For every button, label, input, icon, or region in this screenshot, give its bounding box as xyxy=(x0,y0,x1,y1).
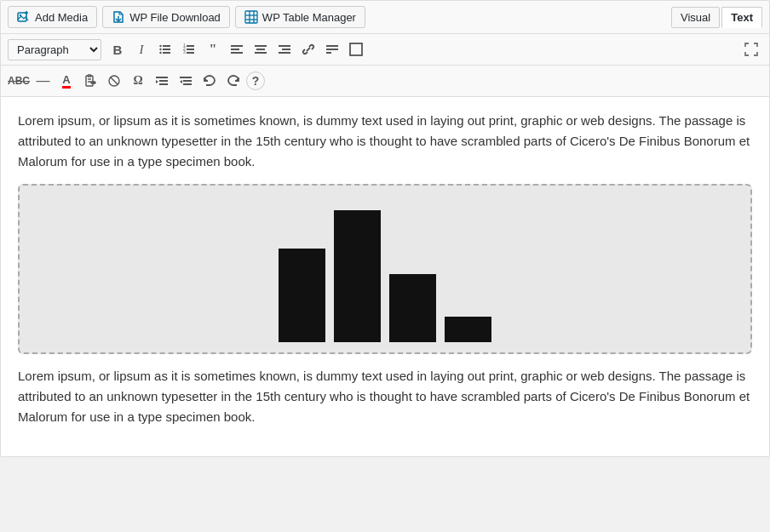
clear-formatting-button[interactable] xyxy=(103,70,125,92)
svg-rect-24 xyxy=(231,52,243,54)
svg-text:3: 3 xyxy=(183,49,186,54)
svg-point-15 xyxy=(159,52,161,54)
svg-rect-39 xyxy=(91,82,95,83)
format-bar-2: ABC — A Ω xyxy=(1,66,769,97)
svg-rect-34 xyxy=(350,43,362,55)
svg-rect-43 xyxy=(159,80,168,82)
paragraph-select[interactable]: Paragraph Heading 1 Heading 2 Heading 3 … xyxy=(8,39,101,60)
chart-bar-3 xyxy=(389,274,436,342)
svg-rect-18 xyxy=(187,52,194,54)
redo-button[interactable] xyxy=(222,70,244,92)
chart-bar-4 xyxy=(445,317,491,342)
wp-table-manager-button[interactable]: WP Table Manager xyxy=(235,6,365,28)
special-char-button[interactable]: Ω xyxy=(127,70,149,92)
svg-rect-10 xyxy=(163,45,170,47)
wp-file-download-button[interactable]: WP File Download xyxy=(102,6,230,28)
strikethrough-icon: ABC xyxy=(8,75,30,87)
horizontal-rule-button[interactable] xyxy=(321,38,343,60)
visual-tab[interactable]: Visual xyxy=(671,7,720,28)
text-tab[interactable]: Text xyxy=(721,7,762,28)
svg-rect-42 xyxy=(156,77,168,78)
align-left-button[interactable] xyxy=(226,38,248,60)
unordered-list-button[interactable] xyxy=(154,38,176,60)
svg-rect-44 xyxy=(159,83,168,85)
svg-point-14 xyxy=(159,49,161,50)
wp-file-download-icon xyxy=(112,10,125,24)
chart-container xyxy=(18,184,752,354)
align-right-button[interactable] xyxy=(273,38,296,60)
italic-button[interactable]: I xyxy=(130,38,152,60)
svg-rect-22 xyxy=(231,45,243,47)
svg-line-41 xyxy=(111,77,118,84)
paste-text-button[interactable] xyxy=(79,70,101,92)
media-buttons-group: Add Media WP File Download xyxy=(8,6,365,28)
svg-rect-31 xyxy=(326,45,338,47)
svg-rect-45 xyxy=(180,77,192,78)
svg-rect-28 xyxy=(279,45,290,47)
add-media-label: Add Media xyxy=(35,11,88,24)
box-button[interactable] xyxy=(345,38,367,60)
svg-rect-32 xyxy=(326,49,338,50)
fullscreen-button[interactable] xyxy=(740,38,762,60)
chart-bar-1 xyxy=(279,249,325,342)
text-color-icon: A xyxy=(62,74,70,89)
svg-rect-47 xyxy=(183,83,192,85)
indent-button[interactable] xyxy=(151,70,173,92)
svg-rect-33 xyxy=(326,52,331,54)
svg-rect-23 xyxy=(231,49,239,50)
editor-wrapper: Add Media WP File Download xyxy=(0,0,770,457)
content-area[interactable]: Lorem ipsum, or lipsum as it is sometime… xyxy=(1,97,769,456)
svg-rect-36 xyxy=(88,75,91,77)
svg-rect-30 xyxy=(279,52,290,54)
undo-button[interactable] xyxy=(198,70,221,92)
chart-bar-2 xyxy=(334,210,381,342)
align-center-button[interactable] xyxy=(250,38,272,60)
svg-rect-26 xyxy=(256,49,265,50)
svg-rect-16 xyxy=(187,45,194,47)
hr-rule-button[interactable]: — xyxy=(32,70,54,92)
paragraph-2: Lorem ipsum, or lipsum as it is sometime… xyxy=(18,366,752,427)
svg-rect-27 xyxy=(255,52,267,54)
svg-rect-29 xyxy=(282,49,290,50)
link-button[interactable] xyxy=(297,38,319,60)
wp-table-manager-icon xyxy=(244,10,258,24)
svg-rect-25 xyxy=(255,45,267,47)
ordered-list-button[interactable]: 123 xyxy=(178,38,200,60)
blockquote-button[interactable]: " xyxy=(202,38,224,60)
help-button[interactable]: ? xyxy=(246,72,265,90)
add-media-button[interactable]: Add Media xyxy=(8,6,97,28)
svg-rect-11 xyxy=(163,49,170,50)
svg-point-13 xyxy=(159,45,161,47)
outdent-button[interactable] xyxy=(175,70,197,92)
svg-rect-17 xyxy=(187,49,194,50)
svg-rect-12 xyxy=(163,52,170,54)
add-media-icon xyxy=(17,10,31,24)
bold-button[interactable]: B xyxy=(106,38,129,60)
text-color-button[interactable]: A xyxy=(55,70,78,92)
svg-rect-35 xyxy=(86,76,93,86)
strikethrough-button[interactable]: ABC xyxy=(8,70,30,92)
wp-file-download-label: WP File Download xyxy=(129,11,221,24)
format-bar-1: Paragraph Heading 1 Heading 2 Heading 3 … xyxy=(1,34,769,66)
svg-rect-5 xyxy=(245,11,257,23)
view-tabs: Visual Text xyxy=(671,7,762,28)
top-bar: Add Media WP File Download xyxy=(1,1,769,34)
paragraph-1: Lorem ipsum, or lipsum as it is sometime… xyxy=(18,111,752,172)
wp-table-manager-label: WP Table Manager xyxy=(262,11,356,24)
svg-rect-46 xyxy=(183,80,192,82)
